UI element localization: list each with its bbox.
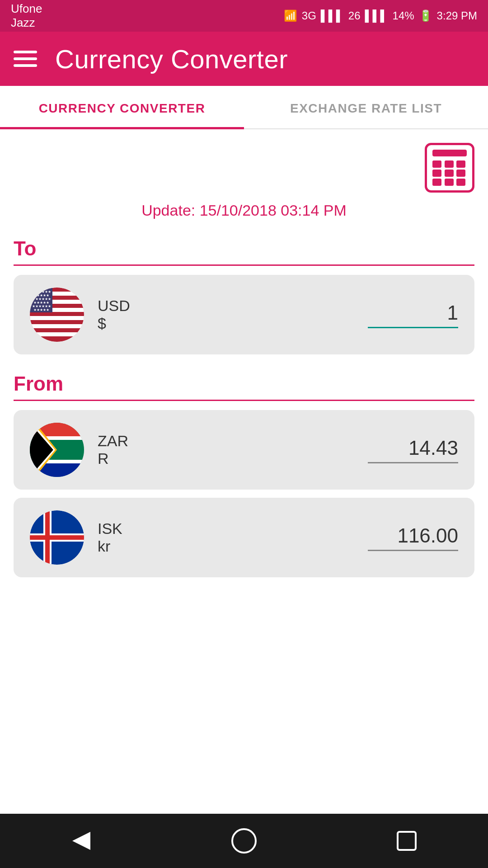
from-section: From: [14, 373, 474, 577]
tab-currency-converter[interactable]: CURRENCY CONVERTER: [0, 86, 244, 128]
carrier-info: Ufone Jazz: [11, 2, 42, 30]
status-bar: Ufone Jazz 📶 3G ▌▌▌ 26 ▌▌▌ 14% 🔋 3:29 PM: [0, 0, 488, 32]
isk-value: 116.00: [368, 524, 458, 547]
main-content: Update: 15/10/2018 03:14 PM To: [0, 129, 488, 814]
usd-value[interactable]: 1: [368, 302, 458, 324]
to-label: To: [14, 237, 474, 260]
nav-home-button[interactable]: [230, 827, 258, 854]
usd-value-area: 1: [368, 302, 458, 328]
zar-value-area: 14.43: [368, 437, 458, 463]
usd-code: USD: [98, 297, 130, 315]
zar-underline: [368, 462, 458, 463]
usd-flag: ★★★★★★ ★★★★★ ★★★★★★ ★★★★★ ★★★★★★ ★★★★★: [30, 288, 84, 342]
time-label: 3:29 PM: [437, 9, 477, 22]
to-section: To ★★★★★★: [14, 237, 474, 354]
from-label: From: [14, 373, 474, 395]
svg-rect-5: [30, 324, 84, 328]
battery-label: 14%: [393, 9, 414, 22]
isk-underline: [368, 550, 458, 551]
isk-code: ISK: [98, 520, 122, 538]
svg-marker-29: [72, 832, 90, 850]
svg-point-30: [232, 829, 256, 853]
nav-bar: [0, 814, 488, 868]
app-title: Currency Converter: [55, 44, 288, 74]
svg-rect-28: [30, 535, 84, 540]
update-timestamp: Update: 15/10/2018 03:14 PM: [14, 202, 474, 219]
zar-flag: [30, 423, 84, 477]
wifi-icon: 📶: [284, 9, 297, 22]
from-divider: [14, 400, 474, 401]
to-currency-card[interactable]: ★★★★★★ ★★★★★ ★★★★★★ ★★★★★ ★★★★★★ ★★★★★ U…: [14, 275, 474, 354]
signal-2g-icon: 26: [348, 9, 361, 22]
zar-code: ZAR: [98, 432, 128, 450]
svg-rect-31: [398, 832, 416, 850]
isk-flag: [30, 510, 84, 565]
zar-symbol: R: [98, 450, 128, 467]
carrier2-label: Jazz: [11, 16, 42, 30]
signal-3g-icon: 3G: [302, 9, 316, 22]
isk-symbol: kr: [98, 538, 122, 555]
zar-currency-card[interactable]: ZAR R 14.43: [14, 410, 474, 490]
zar-value: 14.43: [368, 437, 458, 459]
battery-icon: 🔋: [419, 9, 432, 22]
isk-currency-card[interactable]: ISK kr 116.00: [14, 498, 474, 577]
tab-exchange-rate-list[interactable]: EXCHANGE RATE LIST: [244, 86, 488, 128]
calculator-row: [14, 143, 474, 193]
usd-info: USD $: [98, 297, 130, 332]
signal-bars-icon: ▌▌▌: [321, 9, 344, 22]
usd-symbol: $: [98, 315, 130, 332]
isk-info: ISK kr: [98, 520, 122, 555]
nav-back-button[interactable]: [68, 827, 95, 854]
menu-button[interactable]: [14, 51, 37, 67]
status-icons: 📶 3G ▌▌▌ 26 ▌▌▌ 14% 🔋 3:29 PM: [284, 9, 477, 22]
nav-recent-button[interactable]: [393, 827, 420, 854]
usd-underline: [368, 327, 458, 328]
calc-screen-icon: [432, 150, 467, 156]
svg-text:★★★★★: ★★★★★: [33, 308, 49, 312]
svg-rect-4: [30, 316, 84, 320]
signal-bars2-icon: ▌▌▌: [365, 9, 388, 22]
isk-value-area: 116.00: [368, 524, 458, 551]
calculator-button[interactable]: [425, 143, 474, 193]
zar-info: ZAR R: [98, 432, 128, 467]
to-divider: [14, 264, 474, 266]
tab-bar: CURRENCY CONVERTER EXCHANGE RATE LIST: [0, 86, 488, 129]
calc-buttons-icon: [432, 160, 467, 186]
app-bar: Currency Converter: [0, 32, 488, 86]
carrier1-label: Ufone: [11, 2, 42, 16]
svg-rect-6: [30, 332, 84, 336]
